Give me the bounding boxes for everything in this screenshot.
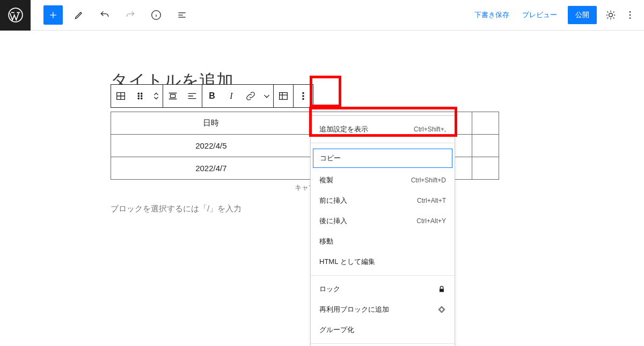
list-view-icon	[177, 10, 187, 20]
block-type-button[interactable]	[111, 85, 130, 107]
block-options-button[interactable]	[294, 85, 313, 107]
drag-handle[interactable]	[130, 85, 150, 107]
menu-insert-before[interactable]: 前に挿入 Ctrl+Alt+T	[311, 190, 455, 211]
info-icon	[151, 10, 162, 20]
redo-button[interactable]	[121, 5, 140, 25]
top-toolbar: 下書き保存 プレビュー 公開	[0, 0, 644, 31]
drag-icon	[134, 90, 146, 102]
svg-point-6	[138, 93, 139, 94]
svg-point-9	[141, 95, 142, 97]
menu-item-label: 追加設定を表示	[319, 124, 368, 134]
menu-item-label: 複製	[319, 175, 333, 185]
publish-button[interactable]: 公開	[568, 6, 597, 24]
svg-point-2	[630, 11, 631, 13]
menu-item-label: 再利用ブロックに追加	[319, 305, 389, 314]
block-options-menu: 追加設定を表示 Ctrl+Shift+, コピー 複製 Ctrl+Shift+D…	[310, 115, 455, 346]
block-appender-hint[interactable]: ブロックを選択するには「/」を入力	[111, 204, 241, 214]
table-cell[interactable]	[472, 112, 499, 135]
link-button[interactable]	[241, 85, 260, 107]
details-button[interactable]	[147, 5, 166, 25]
save-draft-button[interactable]: 下書き保存	[468, 10, 516, 20]
svg-rect-13	[280, 93, 288, 100]
more-rich-text-button[interactable]	[260, 85, 273, 107]
menu-add-reusable[interactable]: 再利用ブロックに追加	[311, 299, 455, 320]
menu-insert-after[interactable]: 後に挿入 Ctrl+Alt+Y	[311, 211, 455, 231]
menu-lock[interactable]: ロック	[311, 279, 455, 299]
menu-edit-html[interactable]: HTML として編集	[311, 252, 455, 272]
menu-item-shortcut: Ctrl+Shift+D	[411, 176, 446, 184]
menu-item-shortcut: Ctrl+Alt+Y	[416, 217, 446, 225]
gear-icon	[605, 10, 616, 20]
redo-icon	[125, 10, 136, 20]
lock-icon	[437, 285, 446, 293]
menu-item-label: 移動	[319, 237, 333, 246]
menu-item-label: グループ化	[319, 325, 354, 335]
reusable-icon	[437, 305, 446, 314]
link-icon	[245, 90, 257, 102]
svg-point-15	[303, 95, 304, 97]
top-toolbar-right: 下書き保存 プレビュー 公開	[468, 0, 644, 30]
svg-point-8	[138, 95, 139, 97]
table-cell[interactable]: 2022/4/7	[111, 157, 312, 180]
chevron-down-icon	[261, 90, 273, 102]
editor-canvas: タイトルを追加	[0, 31, 644, 93]
menu-group[interactable]: グループ化	[311, 320, 455, 340]
text-align-button[interactable]	[182, 85, 202, 107]
more-options-button[interactable]	[620, 5, 640, 25]
wordpress-logo[interactable]	[0, 0, 31, 31]
pencil-icon	[74, 10, 84, 20]
preview-button[interactable]: プレビュー	[516, 10, 564, 20]
undo-button[interactable]	[95, 5, 114, 25]
menu-item-label: 前に挿入	[319, 196, 347, 205]
svg-point-7	[141, 93, 142, 94]
menu-move[interactable]: 移動	[311, 231, 455, 252]
menu-item-shortcut: Ctrl+Alt+T	[417, 197, 446, 204]
list-view-button[interactable]	[172, 5, 192, 25]
table-cell[interactable]	[472, 135, 499, 157]
align-icon	[167, 90, 179, 102]
bold-glyph: B	[209, 91, 215, 101]
menu-duplicate[interactable]: 複製 Ctrl+Shift+D	[311, 170, 455, 190]
bold-button[interactable]: B	[202, 85, 222, 107]
svg-rect-12	[170, 94, 175, 98]
italic-glyph: I	[230, 91, 232, 101]
chevron-updown-icon	[150, 90, 162, 102]
menu-item-label: 後に挿入	[319, 216, 347, 226]
svg-point-16	[303, 98, 304, 99]
table-cell[interactable]: 2022/4/5	[111, 135, 312, 157]
svg-point-10	[138, 98, 139, 99]
italic-button[interactable]: I	[222, 85, 241, 107]
svg-point-4	[630, 18, 631, 19]
more-vertical-icon	[625, 10, 635, 20]
table-cell[interactable]	[472, 157, 499, 180]
move-handle[interactable]	[150, 85, 163, 107]
align-left-icon	[186, 90, 198, 102]
top-toolbar-left	[0, 0, 192, 30]
svg-point-11	[141, 98, 142, 99]
table-edit-icon	[277, 90, 289, 102]
block-toolbar: B I	[111, 84, 313, 108]
svg-point-3	[630, 14, 631, 16]
menu-show-more-settings[interactable]: 追加設定を表示 Ctrl+Shift+,	[311, 119, 455, 139]
menu-item-label: ロック	[319, 284, 340, 294]
table-icon	[115, 90, 127, 102]
table-cell[interactable]: 日時	[111, 112, 312, 135]
svg-rect-17	[440, 289, 444, 292]
plus-icon	[48, 10, 58, 20]
svg-point-14	[303, 92, 304, 93]
tools-button[interactable]	[69, 5, 89, 25]
wordpress-icon	[8, 8, 23, 23]
add-block-button[interactable]	[43, 5, 63, 25]
menu-item-shortcut: Ctrl+Shift+,	[414, 126, 446, 133]
more-vertical-icon	[297, 90, 309, 102]
undo-icon	[99, 10, 110, 20]
align-button[interactable]	[163, 85, 182, 107]
edit-table-button[interactable]	[274, 85, 293, 107]
settings-button[interactable]	[601, 5, 620, 25]
menu-copy[interactable]: コピー	[313, 149, 452, 168]
menu-item-label: HTML として編集	[319, 257, 375, 267]
menu-item-label: コピー	[320, 153, 341, 163]
